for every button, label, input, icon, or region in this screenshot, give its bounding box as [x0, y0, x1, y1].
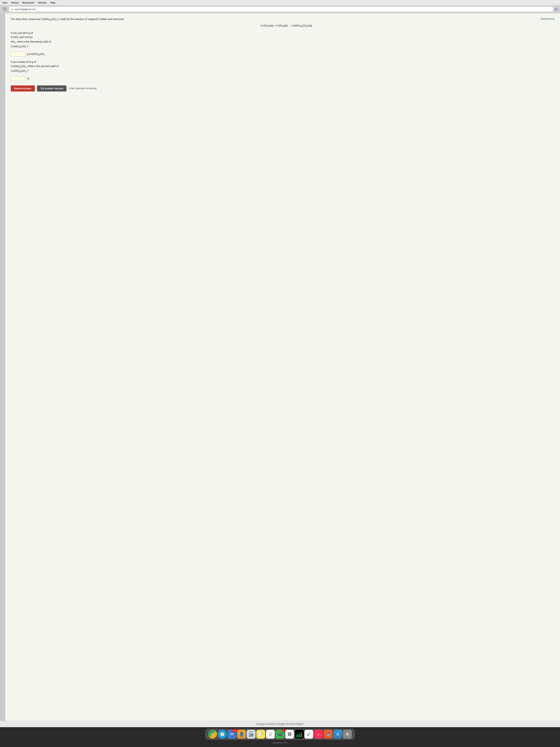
button-row: Submit Answer Try Another Version 2 item…	[11, 85, 555, 92]
yield-unit: g Cu(NH3)4SO4	[27, 52, 45, 56]
question-2: If you isolate 40.8 g of Cu(NH3)4SO4, wh…	[11, 60, 555, 73]
calendar-month: SEP	[250, 731, 252, 733]
menu-history[interactable]: History	[11, 1, 19, 4]
percent-row: %	[11, 76, 555, 81]
page-content: [References] The deep blue compound Cu(N…	[5, 14, 560, 721]
dock-safari-icon[interactable]: 🧭	[218, 730, 227, 739]
g-icon: G	[555, 7, 558, 11]
dock-chrome-icon[interactable]: G	[208, 730, 217, 739]
try-another-button[interactable]: Try Another Version	[37, 85, 66, 92]
yield-input[interactable]	[11, 52, 26, 56]
cengage-support-text: Cengage Technical Support	[276, 723, 304, 725]
facetime-badge: 1	[282, 729, 285, 732]
submit-button[interactable]: Submit Answer	[11, 85, 35, 92]
references-link[interactable]: [References]	[541, 17, 555, 21]
percent-input[interactable]	[11, 76, 26, 81]
menu-window[interactable]: Window	[38, 1, 47, 4]
dock-calendar-icon[interactable]: SEP 28	[247, 730, 256, 739]
menu-help[interactable]: Help	[50, 1, 55, 4]
main-content: [References] The deep blue compound Cu(N…	[0, 14, 560, 727]
dock-preview-icon[interactable]: 🖼	[285, 730, 294, 739]
percent-unit: %	[27, 77, 29, 81]
calendar-day: 28	[249, 733, 254, 738]
menu-bar: View History Bookmarks Window Help	[0, 0, 560, 5]
problem-intro: The deep blue compound Cu(NH3)4SO4 is ma…	[11, 17, 555, 22]
dock-notes-icon[interactable]: 📝	[256, 730, 265, 739]
stocks-chart	[296, 730, 303, 738]
mail-badge: 34,058	[232, 729, 237, 732]
dock-ibooks-icon[interactable]: 📚	[324, 730, 332, 739]
lock-icon: 🔒	[11, 8, 14, 10]
cengage-learning-text: Cengage Learning	[256, 723, 275, 725]
dock-textedit-icon[interactable]: 🖊	[304, 730, 313, 739]
dock-contacts-icon[interactable]: 👤	[237, 730, 246, 739]
dock-area: G 🧭 ✉ 34,058 👤 SEP 28 📝 ☑	[0, 727, 560, 747]
dock-music-icon[interactable]: ♪	[314, 730, 323, 739]
page-footer: Cengage Learning | Cengage Technical Sup…	[0, 721, 560, 727]
dock-stocks-icon[interactable]	[295, 730, 304, 739]
question-1: If you use 48.0 g of CuSO4 and excess NH…	[11, 31, 555, 49]
address-bar[interactable]: 🔒 cvg.cengagenow.com	[9, 7, 553, 12]
attempts-remaining: 2 item attempts remaining	[69, 86, 97, 91]
menu-bookmarks[interactable]: Bookmarks	[22, 1, 34, 4]
dock-facetime-icon[interactable]: 📹 1	[275, 730, 285, 739]
reload-button[interactable]: ↺	[2, 7, 7, 12]
dock-appstore-icon[interactable]: A	[334, 730, 342, 739]
input-row-1: g Cu(NH3)4SO4	[11, 52, 555, 56]
dock-system-prefs-icon[interactable]: ⚙	[343, 730, 352, 739]
menu-view[interactable]: View	[2, 1, 7, 4]
dock: G 🧭 ✉ 34,058 👤 SEP 28 📝 ☑	[205, 729, 355, 740]
browser-chrome: ↺ 🔒 cvg.cengagenow.com G	[0, 5, 560, 14]
url-text: cvg.cengagenow.com	[15, 8, 36, 10]
macbook-label: MacBook Pro	[0, 740, 560, 746]
left-sidebar	[0, 14, 5, 721]
chemical-equation: CuSO4(aq) + 4 NH3(aq) → Cu(NH3)4SO4(aq)	[18, 24, 555, 28]
dock-mail-icon[interactable]: ✉ 34,058	[228, 730, 236, 739]
dock-reminders-icon[interactable]: ☑	[266, 730, 275, 739]
